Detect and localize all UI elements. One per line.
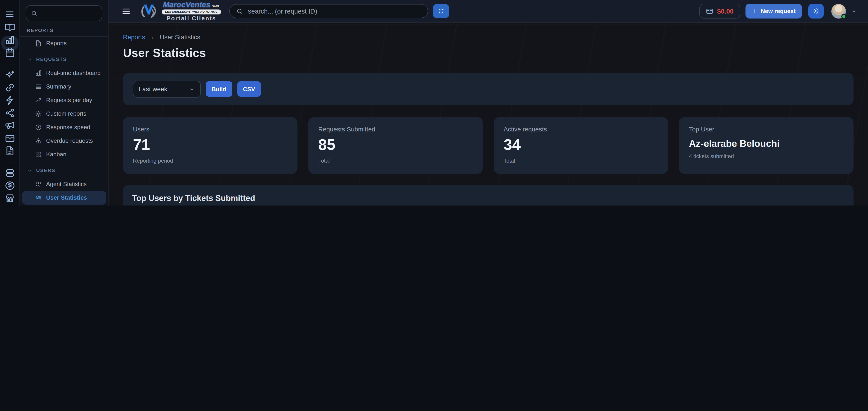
- stat-label: Requests Submitted: [318, 126, 473, 133]
- lines4-icon: [35, 83, 42, 90]
- content-column: MarocVentes SARL LES MEILLEURS PRIX AU M…: [108, 0, 868, 205]
- chevron-down-icon: [27, 56, 33, 62]
- brand-logo[interactable]: MarocVentes SARL LES MEILLEURS PRIX AU M…: [138, 1, 221, 21]
- bar-chart-icon[interactable]: [4, 39, 15, 47]
- sidebar-item-kanban[interactable]: Kanban: [22, 148, 106, 161]
- period-select[interactable]: Last week: [133, 81, 201, 97]
- stat-value: 85: [318, 137, 473, 152]
- sidebar: REPORTSReportsREQUESTSReal-time dashboar…: [20, 0, 108, 205]
- breadcrumb-current: User Statistics: [160, 33, 200, 41]
- calendar-icon[interactable]: [4, 52, 15, 60]
- brand-badge: SARL: [212, 5, 220, 8]
- chart-title: Top Users by Tickets Submitted: [132, 194, 844, 203]
- settings-button[interactable]: [808, 4, 824, 19]
- menu-icon[interactable]: [4, 9, 15, 19]
- search-icon: [236, 7, 243, 15]
- sparkles-icon[interactable]: [4, 74, 15, 82]
- icon-rail: [0, 0, 20, 205]
- main-content: Reports › User Statistics User Statistic…: [108, 23, 868, 205]
- users-icon: [35, 194, 42, 201]
- sidebar-item-requests-per-day[interactable]: Requests per day: [22, 94, 106, 107]
- trend-icon: [35, 97, 42, 104]
- stat-card-top-user: Top UserAz-elarabe Belouchi4 tickets sub…: [679, 117, 854, 174]
- sidebar-item-companies-statistics[interactable]: Companies statistics: [22, 205, 106, 205]
- gear-icon: [812, 7, 820, 15]
- zap-icon[interactable]: [4, 99, 15, 107]
- section-header-users[interactable]: USERS: [20, 163, 108, 177]
- link-icon[interactable]: [4, 87, 15, 94]
- global-search[interactable]: [229, 4, 428, 18]
- global-search-input[interactable]: [247, 7, 421, 15]
- stat-card-users: Users71Reporting period: [123, 117, 298, 174]
- section-header-reports: REPORTS: [20, 24, 108, 37]
- chart-card: Top Users by Tickets Submitted Az-elarab…: [123, 185, 854, 205]
- sidebar-item-real-time-dashboard[interactable]: Real-time dashboard: [22, 66, 106, 80]
- search-icon: [31, 10, 37, 17]
- database-icon[interactable]: [4, 172, 15, 180]
- wallet-icon: [706, 7, 714, 15]
- stat-label: Top User: [689, 126, 844, 133]
- user-plus-icon: [35, 181, 42, 188]
- share-icon[interactable]: [4, 112, 15, 120]
- breadcrumb-separator: ›: [151, 34, 153, 40]
- dollar-icon[interactable]: [4, 185, 15, 193]
- stat-sub: Reporting period: [133, 158, 287, 164]
- refresh-icon: [437, 8, 444, 14]
- stat-sub: Total: [504, 158, 658, 164]
- megaphone-icon[interactable]: [4, 125, 15, 132]
- brand-portal: Portail Clients: [166, 15, 216, 21]
- book-icon[interactable]: [4, 27, 15, 34]
- stat-sub: 4 tickets submitted: [689, 153, 844, 160]
- page-title: User Statistics: [123, 46, 854, 60]
- sidebar-item-response-speed[interactable]: Response speed: [22, 121, 106, 134]
- stat-label: Active requests: [504, 126, 658, 133]
- chevron-down-icon: [189, 86, 195, 92]
- topbar: MarocVentes SARL LES MEILLEURS PRIX AU M…: [108, 0, 868, 23]
- sidebar-item-summary[interactable]: Summary: [22, 80, 106, 94]
- sidebar-item-reports[interactable]: Reports: [22, 37, 106, 50]
- clock-icon: [35, 124, 42, 131]
- file-icon: [35, 40, 42, 47]
- sidebar-item-agent-statistics[interactable]: Agent Statistics: [22, 177, 106, 191]
- period-select-value: Last week: [139, 85, 167, 93]
- grid-icon: [35, 151, 42, 158]
- brand-emblem-icon: [138, 1, 159, 21]
- plus-icon: [752, 8, 757, 14]
- sidebar-item-custom-reports[interactable]: Custom reports: [22, 107, 106, 121]
- build-button[interactable]: Build: [206, 81, 232, 97]
- warning-icon: [35, 137, 42, 144]
- sidebar-item-user-statistics[interactable]: User Statistics: [22, 191, 106, 205]
- breadcrumb-reports-link[interactable]: Reports: [123, 33, 145, 41]
- brand-name: MarocVentes: [163, 1, 211, 8]
- online-status-dot: [841, 14, 846, 19]
- csv-button[interactable]: CSV: [237, 81, 261, 97]
- file-icon[interactable]: [4, 150, 15, 158]
- stat-value: Az-elarabe Belouchi: [689, 139, 844, 148]
- stat-sub: Total: [318, 158, 473, 164]
- wallet-icon[interactable]: [4, 137, 15, 145]
- refresh-button[interactable]: [432, 4, 449, 18]
- sidebar-search[interactable]: [26, 5, 102, 21]
- filter-panel: Last week Build CSV: [123, 73, 854, 105]
- gear-icon: [35, 110, 42, 117]
- stat-label: Users: [133, 126, 287, 133]
- stat-card-requests-submitted: Requests Submitted85Total: [308, 117, 483, 174]
- rail-divider: [4, 65, 15, 65]
- breadcrumb: Reports › User Statistics: [123, 33, 854, 41]
- store-icon[interactable]: [4, 197, 15, 205]
- stat-card-active-requests: Active requests34Total: [494, 117, 668, 174]
- stat-value: 34: [504, 137, 658, 152]
- balance-amount: $0.00: [717, 7, 734, 15]
- new-request-button[interactable]: New request: [745, 4, 802, 19]
- sidebar-search-input[interactable]: [40, 9, 97, 17]
- brand-tagline: LES MEILLEURS PRIX AU MAROC: [162, 9, 221, 14]
- balance-pill[interactable]: $0.00: [700, 4, 740, 19]
- user-avatar[interactable]: [831, 3, 846, 19]
- bar-chart-icon: [35, 70, 42, 77]
- chevron-down-icon[interactable]: [851, 8, 857, 14]
- sidebar-item-overdue-requests[interactable]: Overdue requests: [22, 134, 106, 148]
- section-header-requests[interactable]: REQUESTS: [20, 52, 108, 66]
- hamburger-icon[interactable]: [121, 6, 131, 16]
- rail-divider: [4, 163, 15, 163]
- stat-cards-row: Users71Reporting periodRequests Submitte…: [123, 117, 854, 174]
